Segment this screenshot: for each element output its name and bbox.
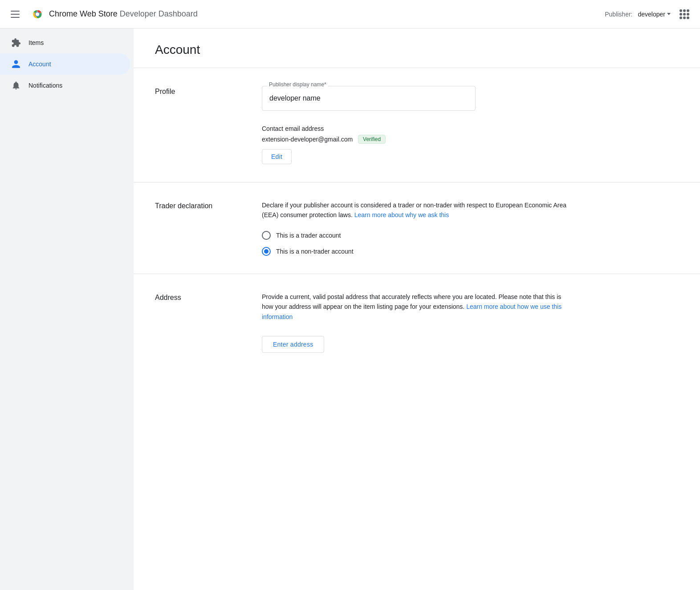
non-trader-radio-inner bbox=[264, 249, 269, 254]
address-section: Address Provide a current, valid postal … bbox=[134, 274, 700, 371]
publisher-name-input[interactable] bbox=[262, 86, 476, 111]
topbar-right: Publisher: developer bbox=[605, 6, 693, 23]
menu-button[interactable] bbox=[7, 7, 23, 21]
profile-label: Profile bbox=[155, 86, 244, 164]
trader-description: Declare if your publisher account is con… bbox=[262, 200, 574, 220]
main-content: Account Profile Publisher display name* … bbox=[134, 28, 700, 590]
trader-radio-group: This is a trader account This is a non-t… bbox=[262, 231, 574, 256]
sidebar-item-notifications[interactable]: Notifications bbox=[0, 75, 130, 96]
publisher-label: Publisher: bbox=[605, 11, 632, 18]
sidebar: Items Account Notifications bbox=[0, 28, 134, 590]
logo-area: Chrome Web Store Developer Dashboard bbox=[30, 7, 198, 21]
person-icon bbox=[11, 59, 21, 69]
trader-content: Declare if your publisher account is con… bbox=[262, 200, 574, 256]
edit-email-button[interactable]: Edit bbox=[262, 149, 292, 164]
address-label: Address bbox=[155, 292, 244, 353]
enter-address-button[interactable]: Enter address bbox=[262, 336, 324, 353]
verified-badge: Verified bbox=[358, 135, 386, 144]
chrome-logo-icon bbox=[30, 7, 45, 21]
app-title: Chrome Web Store Developer Dashboard bbox=[49, 9, 198, 19]
address-description: Provide a current, valid postal address … bbox=[262, 292, 574, 322]
chevron-down-icon bbox=[667, 13, 671, 15]
address-content: Provide a current, valid postal address … bbox=[262, 292, 574, 353]
publisher-name-label: Publisher display name* bbox=[267, 81, 328, 88]
topbar: Chrome Web Store Developer Dashboard Pub… bbox=[0, 0, 700, 28]
trader-label: Trader declaration bbox=[155, 200, 244, 256]
page-header: Account bbox=[134, 28, 700, 68]
sidebar-item-items[interactable]: Items bbox=[0, 32, 130, 53]
apps-grid-icon[interactable] bbox=[676, 6, 693, 23]
sidebar-account-label: Account bbox=[28, 61, 51, 68]
sidebar-items-label: Items bbox=[28, 39, 44, 46]
profile-content: Publisher display name* Contact email ad… bbox=[262, 86, 574, 164]
svg-point-4 bbox=[36, 12, 39, 16]
sidebar-notifications-label: Notifications bbox=[28, 82, 62, 89]
trader-section: Trader declaration Declare if your publi… bbox=[134, 182, 700, 274]
profile-section: Profile Publisher display name* Contact … bbox=[134, 68, 700, 182]
trader-learn-more-link[interactable]: Learn more about why we ask this bbox=[354, 211, 449, 218]
trader-radio-outer bbox=[262, 231, 271, 240]
contact-email-section: Contact email address extension-develope… bbox=[262, 125, 574, 164]
non-trader-option[interactable]: This is a non-trader account bbox=[262, 247, 574, 256]
trader-option-label: This is a trader account bbox=[276, 232, 341, 239]
email-text: extension-developer@gmail.com bbox=[262, 136, 353, 143]
non-trader-option-label: This is a non-trader account bbox=[276, 248, 354, 255]
bell-icon bbox=[11, 80, 21, 91]
publisher-dropdown[interactable]: developer bbox=[638, 11, 671, 18]
email-row: extension-developer@gmail.com Verified bbox=[262, 135, 574, 144]
trader-option[interactable]: This is a trader account bbox=[262, 231, 574, 240]
publisher-name-field-wrapper: Publisher display name* bbox=[262, 86, 574, 111]
sidebar-item-account[interactable]: Account bbox=[0, 53, 130, 75]
non-trader-radio-outer bbox=[262, 247, 271, 256]
page-title: Account bbox=[155, 43, 679, 57]
puzzle-icon bbox=[11, 37, 21, 48]
contact-email-label: Contact email address bbox=[262, 125, 574, 132]
